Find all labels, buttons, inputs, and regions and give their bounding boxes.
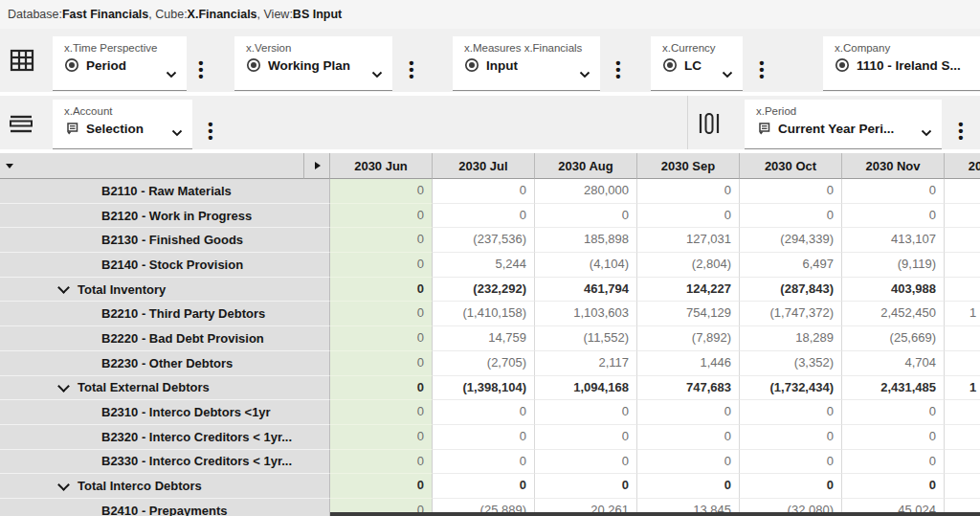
data-cell[interactable]: 0 — [330, 179, 433, 204]
data-cell[interactable]: 1,446 — [637, 351, 740, 376]
data-cell[interactable]: 0 — [330, 326, 433, 351]
overflow-menu-button[interactable]: ••• — [611, 59, 626, 79]
data-cell[interactable]: 0 — [330, 425, 433, 450]
row-header[interactable]: B2230 - Other Debtors — [0, 351, 330, 376]
dimension-tile-account[interactable]: x.Account Selection — [53, 100, 192, 149]
data-cell[interactable]: 0 — [535, 400, 637, 425]
data-cell[interactable]: 0 — [740, 179, 842, 204]
row-header[interactable]: Total External Debtors — [0, 376, 330, 401]
data-cell[interactable]: 413,107 — [842, 228, 945, 253]
dimension-tile-period[interactable]: x.Period Current Year Peri... — [745, 100, 942, 149]
data-cell[interactable]: 127,031 — [637, 228, 740, 253]
data-cell[interactable]: 754,129 — [637, 302, 740, 326]
data-cell[interactable]: (1,410,158) — [433, 302, 535, 326]
chevron-down-icon[interactable] — [371, 71, 383, 79]
data-cell[interactable]: 0 — [330, 376, 433, 401]
dimension-tile-measures[interactable]: x.Measures x.Financials Input — [453, 36, 600, 91]
data-cell[interactable]: (25,669) — [842, 326, 945, 351]
data-cell[interactable]: 0 — [433, 425, 535, 450]
data-cell[interactable]: 0 — [535, 204, 637, 229]
data-cell[interactable]: 403,988 — [842, 278, 945, 303]
horizontal-scrollbar[interactable] — [330, 512, 980, 516]
data-cell[interactable]: 2,452,450 — [842, 302, 945, 326]
data-cell[interactable]: 0 — [842, 204, 945, 229]
data-cell[interactable]: 747,683 — [637, 376, 740, 401]
data-cell[interactable]: 0 — [740, 400, 842, 425]
data-cell[interactable] — [945, 278, 980, 303]
chevron-down-icon[interactable] — [579, 71, 590, 79]
data-cell[interactable]: 0 — [433, 204, 535, 229]
data-cell[interactable]: 0 — [842, 474, 945, 499]
data-cell[interactable]: 0 — [842, 400, 945, 425]
data-cell[interactable]: (232,292) — [433, 278, 535, 303]
data-cell[interactable] — [945, 326, 980, 351]
data-cell[interactable]: 0 — [637, 204, 740, 229]
column-header[interactable]: 2030 Oct — [740, 153, 842, 179]
chevron-down-icon[interactable] — [722, 71, 733, 79]
column-header[interactable]: 2030 Jul — [433, 153, 535, 179]
rows-axis-icon[interactable] — [8, 110, 34, 137]
row-header[interactable]: B2110 - Raw Materials — [0, 179, 330, 204]
data-cell[interactable]: 0 — [330, 351, 433, 376]
data-cell[interactable]: 1,103,603 — [535, 302, 637, 326]
data-cell[interactable]: 0 — [330, 204, 433, 229]
data-cell[interactable]: (1,747,372) — [740, 302, 842, 326]
dimension-tile-currency[interactable]: x.Currency LC — [651, 36, 743, 91]
data-cell[interactable]: 0 — [740, 450, 842, 475]
data-cell[interactable]: 0 — [637, 400, 740, 425]
dimension-tile-version[interactable]: x.Version Working Plan — [234, 36, 392, 91]
data-cell[interactable]: 1,094,168 — [535, 376, 637, 401]
columns-axis-icon[interactable] — [696, 110, 723, 137]
column-header[interactable]: 2030 Aug — [535, 153, 637, 179]
data-cell[interactable]: 0 — [433, 179, 535, 204]
data-cell[interactable] — [945, 253, 980, 278]
data-cell[interactable]: 0 — [535, 474, 637, 499]
data-cell[interactable] — [945, 400, 980, 425]
data-cell[interactable]: 124,227 — [637, 278, 740, 303]
row-header[interactable]: B2320 - Interco Creditors < 1yr... — [0, 425, 330, 450]
data-cell[interactable]: 0 — [842, 179, 945, 204]
grid-corner-cell[interactable] — [0, 153, 304, 179]
data-cell[interactable]: 0 — [740, 204, 842, 229]
data-cell[interactable]: 0 — [433, 474, 535, 499]
data-cell[interactable] — [945, 179, 980, 204]
data-cell[interactable]: 0 — [330, 474, 433, 499]
data-cell[interactable]: 0 — [433, 450, 535, 475]
data-cell[interactable]: 0 — [330, 228, 433, 253]
data-cell[interactable]: 0 — [637, 450, 740, 475]
data-cell[interactable]: 0 — [842, 425, 945, 450]
corner-dropdown-icon[interactable] — [6, 164, 13, 168]
dimension-tile-time-perspective[interactable]: x.Time Perspective Period — [53, 36, 187, 91]
column-header[interactable]: 2030 Nov — [842, 153, 945, 179]
chevron-down-icon[interactable] — [166, 71, 177, 79]
data-cell[interactable]: 0 — [535, 450, 637, 475]
data-cell[interactable]: (9,119) — [842, 253, 945, 278]
overflow-menu-button[interactable]: ••• — [953, 121, 969, 141]
data-cell[interactable]: (1,732,434) — [740, 376, 842, 401]
row-header[interactable]: B2310 - Interco Debtors <1yr — [0, 400, 330, 425]
row-header[interactable]: Total Interco Debtors — [0, 474, 330, 499]
data-cell[interactable] — [945, 474, 980, 499]
data-cell[interactable]: (7,892) — [637, 326, 740, 351]
data-cell[interactable]: 18,289 — [740, 326, 842, 351]
data-cell[interactable]: 0 — [740, 425, 842, 450]
data-cell[interactable]: (1,398,104) — [433, 376, 535, 401]
chevron-down-icon[interactable] — [921, 129, 932, 137]
row-header[interactable]: B2130 - Finished Goods — [0, 228, 330, 253]
overflow-menu-button[interactable]: ••• — [404, 59, 419, 79]
data-cell[interactable]: 0 — [535, 425, 637, 450]
data-cell[interactable]: 0 — [637, 425, 740, 450]
data-cell[interactable]: 5,244 — [433, 253, 535, 278]
data-cell[interactable]: 14,759 — [433, 326, 535, 351]
data-cell[interactable]: 1 — [945, 302, 980, 326]
data-cell[interactable]: 0 — [330, 400, 433, 425]
data-cell[interactable]: 0 — [740, 474, 842, 499]
data-cell[interactable]: (294,339) — [740, 228, 842, 253]
data-cell[interactable] — [945, 425, 980, 450]
data-cell[interactable]: 0 — [433, 400, 535, 425]
row-header[interactable]: B2120 - Work in Progress — [0, 204, 330, 229]
data-cell[interactable] — [945, 204, 980, 229]
data-cell[interactable] — [945, 351, 980, 376]
row-header[interactable]: B2140 - Stock Provision — [0, 253, 330, 278]
data-cell[interactable]: 0 — [637, 474, 740, 499]
